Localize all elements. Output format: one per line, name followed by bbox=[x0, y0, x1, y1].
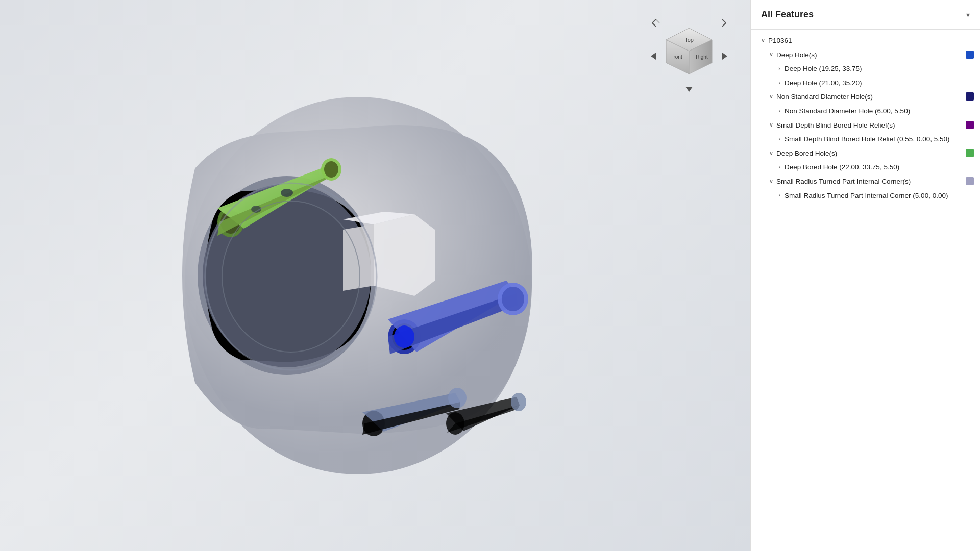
orientation-cube[interactable]: Top Front Right bbox=[661, 26, 717, 79]
svg-marker-30 bbox=[685, 87, 693, 92]
tree-item-deep-hole-2[interactable]: › Deep Hole (21.00, 35.20) bbox=[751, 76, 980, 90]
blind-bored-color-swatch bbox=[966, 121, 974, 129]
small-radius-1-toggle[interactable]: › bbox=[775, 190, 783, 201]
svg-text:Front: Front bbox=[670, 54, 682, 60]
deep-hole-1-toggle[interactable]: › bbox=[775, 63, 783, 73]
panel-header: All Features ▾ bbox=[751, 0, 980, 30]
deep-hole-2-label: Deep Hole (21.00, 35.20) bbox=[785, 78, 974, 89]
tree-item-deep-bored-1[interactable]: › Deep Bored Hole (22.00, 33.75, 5.50) bbox=[751, 160, 980, 174]
tree-item-blind-bored-1[interactable]: › Small Depth Blind Bored Hole Relief (0… bbox=[751, 132, 980, 146]
right-panel: All Features ▾ ∨ P10361 ∨ Deep Hole(s) ›… bbox=[750, 0, 980, 551]
svg-marker-28 bbox=[651, 53, 656, 60]
non-standard-1-toggle[interactable]: › bbox=[775, 106, 783, 116]
nav-arrow-top-left[interactable] bbox=[651, 18, 661, 28]
deep-holes-color-swatch bbox=[966, 51, 974, 59]
blind-bored-1-label: Small Depth Blind Bored Hole Relief (0.5… bbox=[785, 134, 974, 145]
blind-bored-1-toggle[interactable]: › bbox=[775, 134, 783, 144]
root-label: P10361 bbox=[768, 35, 974, 46]
3d-viewport[interactable]: Top Front Right bbox=[0, 0, 750, 551]
nav-arrow-bottom[interactable] bbox=[684, 84, 694, 94]
tree-item-small-radius-1[interactable]: › Small Radius Turned Part Internal Corn… bbox=[751, 189, 980, 203]
small-radius-color-swatch bbox=[966, 177, 974, 185]
nav-arrow-right[interactable] bbox=[720, 51, 730, 61]
deep-bored-1-toggle[interactable]: › bbox=[775, 162, 783, 172]
svg-line-24 bbox=[652, 23, 656, 27]
deep-hole-2-toggle[interactable]: › bbox=[775, 78, 783, 88]
tree-category-blind-bored[interactable]: ∨ Small Depth Blind Bored Hole Relief(s) bbox=[751, 118, 980, 133]
small-radius-label: Small Radius Turned Part Internal Corner… bbox=[776, 176, 962, 187]
svg-line-27 bbox=[722, 23, 726, 27]
deep-holes-label: Deep Hole(s) bbox=[776, 49, 962, 61]
panel-title: All Features bbox=[761, 9, 814, 20]
svg-line-25 bbox=[656, 19, 659, 23]
nav-arrow-top-right[interactable] bbox=[717, 18, 727, 28]
small-radius-1-label: Small Radius Turned Part Internal Corner… bbox=[785, 190, 974, 202]
svg-point-13 bbox=[502, 287, 524, 311]
nav-arrow-left[interactable] bbox=[648, 51, 658, 61]
svg-marker-29 bbox=[722, 53, 727, 60]
3d-part-render bbox=[129, 66, 547, 485]
deep-holes-toggle[interactable]: ∨ bbox=[767, 49, 775, 60]
deep-hole-1-label: Deep Hole (19.25, 33.75) bbox=[785, 63, 974, 74]
tree-category-small-radius[interactable]: ∨ Small Radius Turned Part Internal Corn… bbox=[751, 174, 980, 189]
tree-item-deep-hole-1[interactable]: › Deep Hole (19.25, 33.75) bbox=[751, 62, 980, 76]
non-standard-color-swatch bbox=[966, 92, 974, 101]
small-radius-toggle[interactable]: ∨ bbox=[767, 176, 775, 186]
nav-cube-container: Top Front Right bbox=[648, 15, 730, 97]
svg-line-23 bbox=[652, 19, 656, 23]
tree-category-deep-holes[interactable]: ∨ Deep Hole(s) bbox=[751, 48, 980, 62]
svg-point-9 bbox=[324, 161, 338, 178]
tree-category-non-standard[interactable]: ∨ Non Standard Diameter Hole(s) bbox=[751, 90, 980, 104]
blind-bored-label: Small Depth Blind Bored Hole Relief(s) bbox=[776, 120, 962, 131]
svg-text:Right: Right bbox=[696, 54, 708, 60]
blind-bored-toggle[interactable]: ∨ bbox=[767, 120, 775, 130]
feature-tree: ∨ P10361 ∨ Deep Hole(s) › Deep Hole (19.… bbox=[751, 30, 980, 551]
non-standard-toggle[interactable]: ∨ bbox=[767, 91, 775, 102]
svg-line-26 bbox=[722, 19, 726, 23]
deep-bored-label: Deep Bored Hole(s) bbox=[776, 148, 962, 159]
root-toggle[interactable]: ∨ bbox=[759, 35, 767, 45]
tree-root[interactable]: ∨ P10361 bbox=[751, 34, 980, 48]
deep-bored-color-swatch bbox=[966, 149, 974, 157]
panel-chevron-icon[interactable]: ▾ bbox=[966, 11, 970, 19]
svg-point-16 bbox=[448, 388, 467, 408]
non-standard-1-label: Non Standard Diameter Hole (6.00, 5.50) bbox=[785, 106, 974, 117]
svg-point-18 bbox=[511, 393, 526, 411]
svg-text:Top: Top bbox=[684, 37, 694, 43]
svg-point-14 bbox=[394, 325, 414, 348]
non-standard-label: Non Standard Diameter Hole(s) bbox=[776, 91, 962, 103]
tree-item-non-standard-1[interactable]: › Non Standard Diameter Hole (6.00, 5.50… bbox=[751, 104, 980, 118]
deep-bored-toggle[interactable]: ∨ bbox=[767, 148, 775, 158]
deep-bored-1-label: Deep Bored Hole (22.00, 33.75, 5.50) bbox=[785, 162, 974, 173]
tree-category-deep-bored[interactable]: ∨ Deep Bored Hole(s) bbox=[751, 146, 980, 161]
svg-point-19 bbox=[281, 189, 293, 197]
